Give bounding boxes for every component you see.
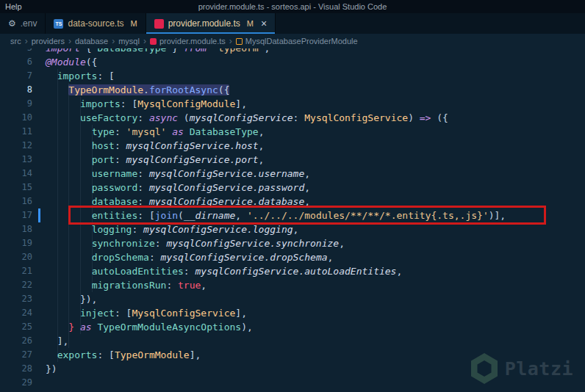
tab-data-source.ts[interactable]: TSdata-source.tsM: [46, 13, 146, 34]
indent-guide: [68, 83, 69, 348]
code-lines: 5import { DatabaseType } from 'typeorm';…: [0, 48, 585, 390]
line-number: 13: [0, 153, 32, 167]
code-text: port: mysqlConfigService.port,: [46, 153, 264, 167]
line-number: 15: [0, 181, 32, 195]
line-number: 27: [0, 348, 32, 362]
line-number: 5: [0, 48, 32, 55]
line-number: 23: [0, 292, 32, 306]
platzi-logo-icon: [470, 352, 498, 385]
code-line-17[interactable]: 17 entities: [join(__dirname, '../../../…: [0, 208, 585, 222]
code-text: migrationsRun: true,: [46, 278, 207, 292]
code-line-25[interactable]: 25 } as TypeOrmModuleAsyncOptions),: [0, 320, 585, 334]
code-line-19[interactable]: 19 synchronize: mysqlConfigService.synch…: [0, 236, 585, 250]
code-text: TypeOrmModule.forRootAsync({: [46, 83, 229, 97]
menu-item-help[interactable]: Help: [0, 2, 27, 11]
tab-strip: ⚙.envTSdata-source.tsMprovider.module.ts…: [0, 13, 585, 34]
line-number: 6: [0, 55, 32, 69]
breadcrumb-item-MysqlDatabaseProviderModule[interactable]: MysqlDatabaseProviderModule: [236, 37, 358, 46]
code-text: host: mysqlConfigService.host,: [46, 139, 264, 153]
tab-label: provider.module.ts: [168, 18, 240, 29]
git-modified-indicator: [38, 208, 40, 222]
breadcrumb-label: src: [10, 37, 21, 46]
class-symbol-icon: [236, 38, 243, 45]
code-line-11[interactable]: 11 type: 'mysql' as DatabaseType,: [0, 125, 585, 139]
code-text: useFactory: async (mysqlConfigService: M…: [46, 111, 448, 125]
tab-provider.module.ts[interactable]: provider.module.tsM×: [146, 13, 276, 34]
code-text: inject: [MysqlConfigService],: [46, 306, 247, 320]
code-text: database: mysqlConfigService.database,: [46, 195, 310, 208]
breadcrumb-separator: ›: [25, 36, 28, 46]
line-number: 20: [0, 250, 32, 264]
code-line-6[interactable]: 6@Module({: [0, 55, 585, 69]
line-number: 16: [0, 195, 32, 208]
tab-.env[interactable]: ⚙.env: [0, 13, 46, 34]
line-number: 9: [0, 97, 32, 111]
code-text: } as TypeOrmModuleAsyncOptions),: [46, 320, 253, 334]
breadcrumb-separator: ›: [112, 36, 115, 46]
code-line-8[interactable]: 8 TypeOrmModule.forRootAsync({: [0, 83, 585, 97]
code-line-15[interactable]: 15 password: mysqlConfigService.password…: [0, 181, 585, 195]
code-line-5[interactable]: 5import { DatabaseType } from 'typeorm';: [0, 48, 585, 55]
title-bar: Help provider.module.ts - sorteos.api - …: [0, 0, 585, 13]
code-text: username: mysqlConfigService.username,: [46, 167, 310, 181]
code-line-26[interactable]: 26 ],: [0, 334, 585, 348]
code-line-10[interactable]: 10 useFactory: async (mysqlConfigService…: [0, 111, 585, 125]
line-number: 17: [0, 208, 32, 222]
code-text: password: mysqlConfigService.password,: [46, 181, 310, 195]
line-number: 14: [0, 167, 32, 181]
code-text: }),: [46, 292, 97, 306]
line-number: 11: [0, 125, 32, 139]
indent-guide: [80, 97, 81, 334]
code-line-13[interactable]: 13 port: mysqlConfigService.port,: [0, 153, 585, 167]
code-line-18[interactable]: 18 logging: mysqlConfigService.logging,: [0, 222, 585, 236]
line-number: 8: [0, 83, 32, 97]
breadcrumb-label: MysqlDatabaseProviderModule: [245, 37, 358, 46]
line-number: 10: [0, 111, 32, 125]
tab-label: data-source.ts: [68, 18, 123, 29]
breadcrumb-label: mysql: [118, 37, 140, 46]
code-editor[interactable]: 5import { DatabaseType } from 'typeorm';…: [0, 48, 585, 392]
code-text: entities: [join(__dirname, '../../../mod…: [46, 208, 506, 222]
breadcrumb: src›providers›database›mysql›provider.mo…: [0, 34, 585, 48]
breadcrumb-label: database: [75, 37, 108, 46]
breadcrumb-separator: ›: [229, 36, 232, 46]
modified-badge: M: [247, 19, 254, 28]
code-line-21[interactable]: 21 autoLoadEntities: mysqlConfigService.…: [0, 264, 585, 278]
platzi-watermark: Platzi: [470, 352, 573, 385]
breadcrumb-item-providers[interactable]: providers: [32, 37, 65, 46]
line-number: 19: [0, 236, 32, 250]
breadcrumb-item-mysql[interactable]: mysql: [118, 37, 140, 46]
code-line-23[interactable]: 23 }),: [0, 292, 585, 306]
line-number: 18: [0, 222, 32, 236]
code-text: autoLoadEntities: mysqlConfigService.aut…: [46, 264, 402, 278]
line-number: 25: [0, 320, 32, 334]
breadcrumb-separator: ›: [143, 36, 146, 46]
breadcrumb-item-provider.module.ts[interactable]: provider.module.ts: [150, 37, 226, 46]
breadcrumb-label: providers: [32, 37, 65, 46]
code-text: type: 'mysql' as DatabaseType,: [46, 125, 264, 139]
line-number: 12: [0, 139, 32, 153]
line-number: 24: [0, 306, 32, 320]
code-line-20[interactable]: 20 dropSchema: mysqlConfigService.dropSc…: [0, 250, 585, 264]
code-text: imports: [MysqlConfigModule],: [46, 97, 247, 111]
code-line-9[interactable]: 9 imports: [MysqlConfigModule],: [0, 97, 585, 111]
modified-badge: M: [131, 19, 137, 28]
code-line-14[interactable]: 14 username: mysqlConfigService.username…: [0, 167, 585, 181]
typescript-icon: TS: [54, 19, 63, 29]
code-text: synchronize: mysqlConfigService.synchron…: [46, 236, 345, 250]
code-text: exports: [TypeOrmModule],: [46, 348, 201, 362]
code-line-22[interactable]: 22 migrationsRun: true,: [0, 278, 585, 292]
line-number: 29: [0, 376, 32, 390]
code-line-12[interactable]: 12 host: mysqlConfigService.host,: [0, 139, 585, 153]
module-icon: [154, 19, 164, 29]
breadcrumb-item-src[interactable]: src: [10, 37, 21, 46]
code-line-7[interactable]: 7 imports: [: [0, 69, 585, 83]
line-number: 28: [0, 362, 32, 376]
close-icon[interactable]: ×: [261, 18, 267, 29]
indent-guide: [57, 69, 58, 362]
gear-icon: ⚙: [8, 19, 16, 29]
breadcrumb-item-database[interactable]: database: [75, 37, 108, 46]
code-line-24[interactable]: 24 inject: [MysqlConfigService],: [0, 306, 585, 320]
code-text: imports: [: [46, 69, 115, 83]
code-line-16[interactable]: 16 database: mysqlConfigService.database…: [0, 195, 585, 208]
